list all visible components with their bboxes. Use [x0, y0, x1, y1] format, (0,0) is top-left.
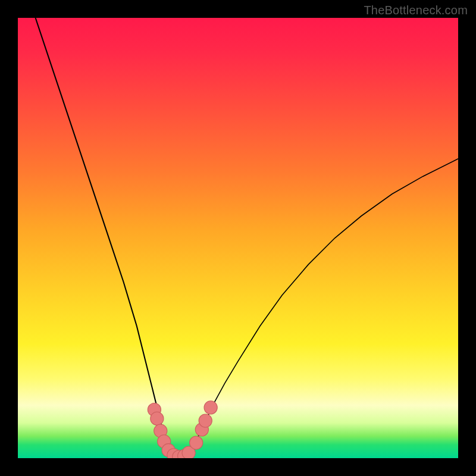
plot-area — [18, 18, 458, 458]
curve-right — [181, 159, 458, 458]
marker-group — [148, 401, 217, 458]
curve-left — [36, 18, 181, 458]
chart-svg — [18, 18, 458, 458]
watermark-text: TheBottleneck.com — [364, 4, 468, 17]
outer-frame: TheBottleneck.com — [0, 0, 476, 476]
marker-dot — [190, 436, 203, 449]
marker-dot — [199, 414, 212, 427]
marker-dot — [204, 401, 217, 414]
marker-dot — [151, 412, 164, 425]
